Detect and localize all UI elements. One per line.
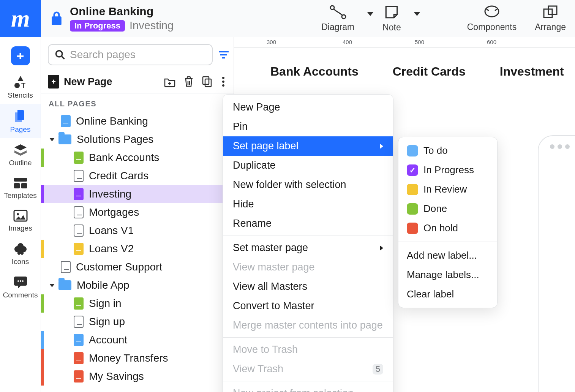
top-bar: Online Banking In Progress Investing Dia… bbox=[41, 0, 575, 37]
label-option[interactable]: To do bbox=[398, 141, 497, 160]
context-menu-item[interactable]: New folder with selection bbox=[223, 175, 393, 194]
pages-tab[interactable]: Pages bbox=[0, 104, 41, 138]
context-menu-item[interactable]: Pin bbox=[223, 117, 393, 136]
diagram-dropdown-caret[interactable] bbox=[367, 12, 373, 16]
svg-rect-6 bbox=[14, 178, 27, 182]
page-icon bbox=[74, 370, 84, 383]
search-input[interactable] bbox=[70, 49, 206, 61]
svg-rect-7 bbox=[14, 183, 20, 188]
copy-icon[interactable] bbox=[202, 76, 212, 88]
context-menu-item: View master page bbox=[223, 258, 393, 277]
outline-tab[interactable]: Outline bbox=[0, 138, 41, 172]
stencils-tab[interactable]: T Stencils bbox=[0, 70, 41, 104]
page-icon bbox=[61, 115, 71, 127]
folder-icon bbox=[58, 280, 71, 290]
page-icon bbox=[74, 188, 84, 200]
tree-item-label: Mortgages bbox=[89, 206, 139, 218]
context-menu-item: View Trash5 bbox=[223, 359, 393, 379]
chevron-right-icon bbox=[380, 245, 383, 251]
canvas-tab[interactable]: Investment bbox=[500, 65, 564, 79]
context-menu-item[interactable]: New Page bbox=[223, 98, 393, 117]
tree-item[interactable]: Loans V1 bbox=[41, 221, 234, 240]
svg-text:T: T bbox=[21, 82, 25, 89]
tree-item-label: Investing bbox=[89, 188, 131, 200]
note-dropdown-caret[interactable] bbox=[414, 12, 420, 16]
chevron-down-icon[interactable] bbox=[49, 284, 55, 287]
tree-item[interactable]: My Savings bbox=[41, 367, 234, 386]
svg-line-15 bbox=[62, 57, 65, 59]
new-page-button[interactable]: New Page bbox=[48, 75, 158, 89]
images-tab[interactable]: Images bbox=[0, 204, 41, 237]
new-page-icon bbox=[48, 75, 59, 89]
label-submenu: To doIn ProgressIn ReviewDoneOn holdAdd … bbox=[398, 137, 498, 308]
diagram-icon bbox=[329, 5, 347, 20]
svg-point-13 bbox=[22, 280, 24, 282]
context-menu-item[interactable]: Duplicate bbox=[223, 156, 393, 175]
window-control-icon bbox=[565, 144, 570, 149]
count-badge: 5 bbox=[373, 364, 383, 375]
search-input-wrapper[interactable] bbox=[48, 44, 213, 65]
canvas-tab[interactable]: Credit Cards bbox=[393, 65, 466, 79]
templates-tab[interactable]: Templates bbox=[0, 172, 41, 204]
tree-item[interactable]: Money Transfers bbox=[41, 349, 234, 367]
tree-item[interactable]: Solutions Pages bbox=[41, 130, 234, 149]
tree-item[interactable]: Mobile App bbox=[41, 276, 234, 294]
context-menu-item[interactable]: View all Masters bbox=[223, 277, 393, 296]
tree-item[interactable]: Mortgages bbox=[41, 203, 234, 221]
svg-point-14 bbox=[56, 51, 62, 57]
context-menu-item[interactable]: Set page label bbox=[223, 136, 393, 156]
lock-icon[interactable] bbox=[50, 11, 63, 26]
comments-tab[interactable]: Comments bbox=[0, 270, 41, 304]
label-color-swatch bbox=[407, 223, 418, 234]
folder-icon bbox=[58, 134, 71, 144]
new-button[interactable]: + bbox=[0, 37, 41, 70]
tree-item[interactable]: Sign in bbox=[41, 294, 234, 313]
context-menu-item[interactable]: Hide bbox=[223, 194, 393, 214]
page-icon bbox=[74, 224, 84, 237]
tree-item-label: Sign up bbox=[89, 316, 125, 328]
filter-icon[interactable] bbox=[218, 50, 229, 59]
label-action[interactable]: Add new label... bbox=[398, 246, 497, 265]
canvas-tab[interactable]: Bank Accounts bbox=[270, 65, 359, 79]
label-option[interactable]: Done bbox=[398, 199, 497, 218]
tree-item-label: Loans V2 bbox=[89, 243, 134, 255]
tree-item[interactable]: Account bbox=[41, 331, 234, 349]
stencils-icon: T bbox=[13, 75, 28, 89]
trash-icon[interactable] bbox=[183, 76, 194, 88]
label-option[interactable]: In Progress bbox=[398, 160, 497, 180]
diagram-button[interactable]: Diagram bbox=[312, 5, 363, 32]
chevron-down-icon[interactable] bbox=[49, 138, 55, 141]
new-folder-icon[interactable] bbox=[164, 76, 176, 87]
page-icon bbox=[74, 334, 84, 346]
label-option[interactable]: On hold bbox=[398, 218, 497, 238]
tree-item[interactable]: Bank Accounts bbox=[41, 149, 234, 167]
tree-item[interactable]: Investing bbox=[41, 185, 234, 203]
svg-rect-24 bbox=[205, 79, 211, 87]
icons-tab[interactable]: Icons bbox=[0, 237, 41, 270]
components-button[interactable]: Components bbox=[458, 0, 526, 37]
tree-item[interactable]: Credit Cards bbox=[41, 167, 234, 185]
context-menu: New PagePinSet page labelDuplicateNew fo… bbox=[223, 94, 393, 392]
label-action[interactable]: Manage labels... bbox=[398, 265, 497, 285]
svg-rect-8 bbox=[21, 183, 27, 188]
context-menu-item[interactable]: Rename bbox=[223, 214, 393, 233]
context-menu-item: Merge master contents into page bbox=[223, 316, 393, 335]
label-option[interactable]: In Review bbox=[398, 180, 497, 199]
context-menu-item[interactable]: Set master page bbox=[223, 238, 393, 258]
context-menu-item[interactable]: Convert to Master bbox=[223, 296, 393, 316]
tree-item[interactable]: Sign up bbox=[41, 313, 234, 331]
page-icon bbox=[74, 316, 84, 328]
label-action[interactable]: Clear label bbox=[398, 285, 497, 304]
arrange-button[interactable]: Arrange bbox=[526, 0, 575, 37]
plus-icon: + bbox=[11, 46, 30, 65]
tree-item[interactable]: Customer Support bbox=[41, 258, 234, 276]
icons-icon bbox=[14, 242, 27, 255]
tree-item[interactable]: Online Banking bbox=[41, 112, 234, 130]
device-frame[interactable] bbox=[538, 135, 575, 392]
note-button[interactable]: Note bbox=[373, 4, 410, 33]
tree-item-label: Money Transfers bbox=[89, 352, 168, 364]
app-logo[interactable]: m bbox=[0, 0, 41, 37]
more-menu-icon[interactable] bbox=[220, 77, 227, 87]
tree-item[interactable]: Loans V2 bbox=[41, 240, 234, 258]
tree-item-label: Credit Cards bbox=[89, 170, 148, 182]
